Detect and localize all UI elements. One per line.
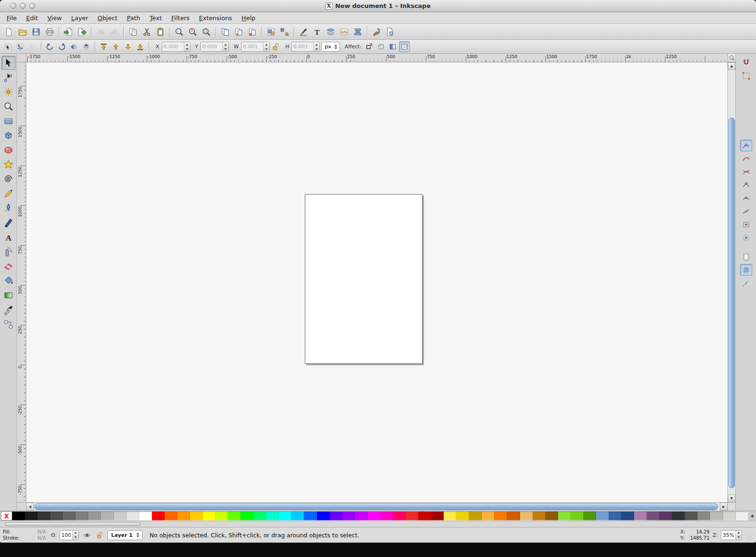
spin-up-icon[interactable] [315,44,318,45]
palette-swatch[interactable] [355,512,368,520]
flip-vertical[interactable] [81,41,92,53]
snap-cusp-nodes[interactable] [740,179,752,191]
lower-one-step[interactable] [122,41,134,53]
palette-swatch[interactable] [368,512,380,520]
menu-filters[interactable]: Filters [166,13,194,23]
eraser-tool[interactable] [1,259,15,273]
rotate-90-cw[interactable] [56,41,68,53]
preferences[interactable] [370,25,383,38]
snap-grid[interactable] [740,264,752,276]
menu-text[interactable]: Text [145,13,166,23]
vertical-scroll-thumb[interactable] [728,118,735,488]
x-steppers[interactable] [184,42,190,51]
spin-down-icon[interactable] [265,48,268,50]
x-input[interactable] [162,42,184,51]
snap-rotation-centers[interactable] [740,232,752,243]
palette-swatch[interactable] [533,512,545,520]
palette-swatch[interactable] [101,512,113,520]
fill-stroke-dialog[interactable] [297,25,310,38]
scale-stroke-width-toggle[interactable] [364,41,375,52]
palette-swatch[interactable] [279,512,291,520]
menu-view[interactable]: View [43,13,67,23]
rotate-90-ccw[interactable] [44,41,55,53]
palette-swatch[interactable] [558,512,571,520]
print-document[interactable] [43,25,56,38]
cut[interactable] [140,25,153,38]
flip-horizontal[interactable] [68,41,80,53]
tweak-tool[interactable] [1,85,15,99]
spin-down-icon[interactable] [224,48,227,50]
quick-zoom-button[interactable] [727,54,735,62]
horizontal-ruler[interactable]: -1750-1500-1250-1000-750-500-25002505007… [26,54,727,62]
ungroup[interactable] [278,25,291,38]
palette-swatch[interactable] [571,512,583,520]
palette-swatch[interactable] [634,512,647,520]
palette-swatch[interactable] [152,512,165,520]
vertical-scrollbar[interactable]: ▲ ▼ [727,62,735,502]
pencil-tool[interactable] [1,187,15,201]
raise-one-step[interactable] [110,41,121,53]
unlink-clone[interactable] [246,25,258,38]
fill-stroke-indicator[interactable]: Fill:N/A Stroke:N/A [3,529,48,541]
palette-swatch[interactable] [203,512,215,520]
node-tool[interactable] [1,70,15,84]
dropper-tool[interactable] [1,303,15,317]
move-patterns-toggle[interactable] [399,41,410,52]
palette-swatch[interactable] [685,512,697,520]
scroll-left-arrow[interactable]: ◀ [26,503,34,511]
group[interactable] [265,25,277,38]
redo[interactable] [108,25,121,38]
palette-swatch[interactable] [25,512,38,520]
close-button[interactable] [10,3,16,9]
layer-selector[interactable]: Layer 1 [107,530,143,540]
palette-swatch[interactable] [215,512,228,520]
zoom-spinbox[interactable] [721,530,742,540]
palette-swatch[interactable] [393,512,406,520]
palette-swatch[interactable] [444,512,456,520]
y-steppers[interactable] [222,42,228,51]
palette-swatch[interactable] [469,512,482,520]
palette-swatch[interactable] [583,512,596,520]
maximize-button[interactable] [29,3,35,9]
zoom-drawing[interactable] [186,25,199,38]
ellipse-tool[interactable] [1,143,15,157]
layer-lock-toggle[interactable] [95,530,104,540]
titlebar[interactable]: X New document 1 – Inkscape [0,0,756,12]
snap-enable[interactable] [740,57,752,68]
y-input[interactable] [201,42,222,51]
width-spinbox[interactable] [241,42,270,52]
palette-swatch[interactable] [165,512,177,520]
document-properties[interactable] [384,25,396,38]
scroll-down-arrow[interactable]: ▼ [728,495,735,502]
palette-swatch[interactable] [456,512,469,520]
create-clone[interactable] [232,25,245,38]
rectangle-tool[interactable] [1,114,15,128]
palette-swatch[interactable] [127,512,139,520]
palette-swatch[interactable] [596,512,609,520]
snap-guides[interactable] [740,277,752,289]
palette-scrollbar[interactable] [0,521,756,527]
layers-dialog[interactable] [324,25,337,38]
palette-swatch[interactable] [609,512,621,520]
star-tool[interactable] [1,158,15,172]
text-dialog[interactable]: T [310,25,323,38]
palette-swatch[interactable] [545,512,558,520]
paste[interactable] [154,25,166,38]
height-input[interactable] [292,42,313,51]
zoom-dialog[interactable] [173,25,185,38]
menu-edit[interactable]: Edit [22,13,43,23]
palette-swatch[interactable] [710,512,723,520]
menu-object[interactable]: Object [93,13,122,23]
units-combo[interactable]: px [321,42,340,52]
palette-swatch[interactable] [88,512,101,520]
xml-editor[interactable]: </> [338,25,350,38]
export[interactable] [76,25,88,38]
scroll-up-arrow[interactable]: ▲ [728,62,735,70]
horizontal-scrollbar[interactable]: ◀ ▶ [26,502,727,511]
palette-swatch[interactable] [330,512,342,520]
palette-swatch[interactable] [431,512,444,520]
align-distribute-dialog[interactable] [351,25,364,38]
spin-up-icon[interactable] [224,44,227,45]
palette-swatch[interactable] [76,512,88,520]
scroll-right-arrow[interactable]: ▶ [720,503,727,511]
